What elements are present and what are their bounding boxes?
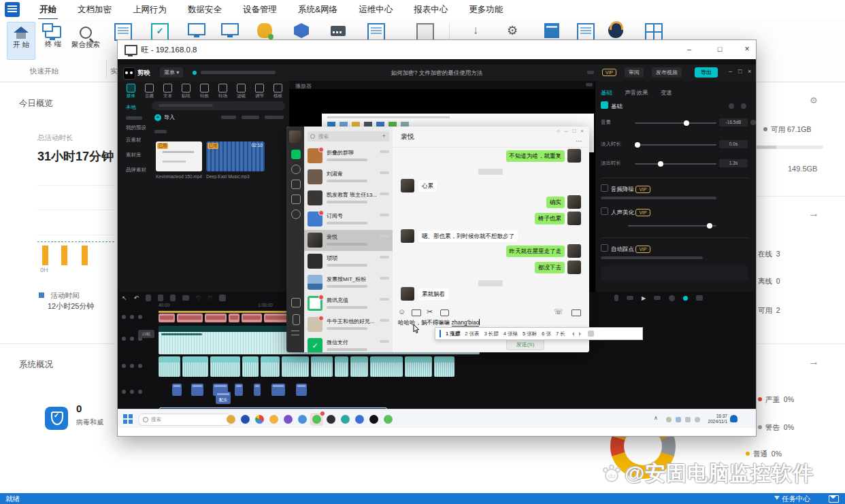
chat-history-icon[interactable] (440, 309, 449, 316)
nav-local[interactable]: 本地 (126, 104, 136, 111)
ime-candidate[interactable]: 4 张裱 (503, 331, 518, 337)
panel-gear-icon[interactable]: ⚙ (810, 95, 818, 105)
nav-cloud[interactable]: 云素材 (126, 137, 142, 144)
tray-icon[interactable] (666, 417, 672, 422)
remote-maximize-button[interactable]: □ (715, 44, 725, 54)
menu-data-security[interactable]: 数据安全 (186, 0, 223, 20)
wechat-close-icon[interactable]: × (580, 128, 584, 134)
message-avatar[interactable] (567, 244, 581, 258)
ime-settings-icon[interactable] (588, 331, 594, 337)
export-button[interactable]: 导出 (695, 67, 718, 78)
fade-in-slider[interactable] (635, 144, 716, 146)
ime-next-icon[interactable] (579, 332, 583, 336)
wechat-pin-icon[interactable]: ○ (557, 128, 560, 134)
wechat-favorites-icon[interactable] (291, 180, 301, 189)
tray-icon[interactable] (676, 417, 681, 422)
tray-icon[interactable] (685, 417, 691, 422)
player-expand-icon[interactable] (586, 83, 593, 86)
message-avatar[interactable] (567, 212, 581, 225)
chat-list-item[interactable]: 腾讯充值 (304, 293, 393, 314)
ime-candidate[interactable]: 7 长 (556, 331, 565, 337)
send-button[interactable]: 发送(S) (506, 339, 544, 350)
taskbar-app-icon[interactable] (241, 415, 250, 424)
chat-list-item[interactable]: 牛牛王和他的好兄... (304, 314, 393, 335)
next-frame-icon[interactable] (654, 296, 661, 300)
ribbon-device-icon[interactable] (416, 23, 434, 41)
message-icon[interactable] (829, 495, 839, 503)
ime-candidate[interactable]: 1 涨膘 (446, 331, 460, 337)
task-center[interactable]: 任务中心 (774, 494, 810, 504)
message-avatar[interactable] (567, 195, 581, 209)
sort-toggle[interactable] (242, 116, 259, 119)
taskbar-app-icon[interactable] (369, 415, 378, 424)
filter-toggle[interactable] (265, 116, 284, 119)
loop-icon[interactable] (669, 295, 675, 301)
ime-prev-icon[interactable] (570, 332, 574, 336)
wechat-chats-icon[interactable] (291, 150, 301, 159)
menu-system-network[interactable]: 系统&网络 (297, 0, 339, 20)
wechat-menu-icon[interactable] (291, 331, 299, 335)
chat-list-item[interactable]: 凯发教育 班主任13... (304, 188, 393, 209)
message-avatar[interactable] (401, 229, 414, 243)
wechat-phone-icon[interactable] (293, 314, 300, 325)
chat-list-item[interactable]: 发票报MIT_粉粉 (304, 272, 393, 293)
audio-clip-thumbnail[interactable]: 已用 02:10 (206, 141, 265, 171)
wechat-moments-icon[interactable] (291, 209, 301, 219)
taskbar-app-icon[interactable] (327, 415, 335, 424)
taskbar-app-icon[interactable] (227, 415, 235, 424)
taskbar-app-icon[interactable] (255, 415, 264, 424)
denoise-toggle[interactable]: 音频降噪 VIP (601, 184, 650, 194)
tab-media[interactable]: 媒体 (122, 82, 140, 99)
remote-minimize-button[interactable]: – (684, 44, 694, 54)
wechat-maximize-icon[interactable]: □ (572, 128, 576, 134)
fade-out-slider[interactable] (635, 163, 716, 165)
editor-maximize-icon[interactable]: □ (738, 68, 742, 75)
ime-candidate-bar[interactable]: 1 涨膘 2 张表 3 长膘 4 张裱 5 张标 6 张 7 长 (435, 327, 643, 340)
vip-badge[interactable]: VIP (602, 69, 616, 76)
remote-close-button[interactable]: × (742, 44, 752, 54)
ribbon-settings-icon[interactable]: ⚙ (505, 23, 520, 38)
fade-out-value[interactable]: 1.3s (719, 159, 748, 167)
favorite2-icon[interactable]: ♡ (208, 295, 212, 301)
ribbon-database-icon[interactable] (257, 23, 272, 38)
mask-icon[interactable] (219, 295, 226, 301)
tab-sticker[interactable]: 贴纸 (177, 82, 195, 99)
chat-list-item[interactable]: 刘淑青 (304, 167, 393, 188)
remote-window-titlebar[interactable]: 旺 - 192.168.0.8 – □ × (118, 40, 756, 60)
menu-more[interactable]: 更多功能 (467, 0, 504, 20)
view-toggle[interactable] (221, 116, 236, 119)
voice-beautify-slider[interactable] (628, 225, 716, 226)
taskbar-app-icon[interactable] (284, 415, 293, 424)
menu-doc-encrypt[interactable]: 文档加密 (76, 0, 113, 20)
taskbar-app-icon[interactable] (341, 415, 350, 424)
publish-button[interactable]: 发布视频 (652, 67, 682, 78)
basic-section-toggle[interactable]: 基础 (601, 101, 623, 111)
inspector-tab-basic[interactable]: 基础 (601, 89, 612, 96)
taskbar-app-icon[interactable] (269, 415, 278, 424)
ime-candidate[interactable]: 5 张标 (523, 331, 537, 337)
volume-reset-icon[interactable] (750, 120, 756, 125)
favorite-icon[interactable]: ♡ (196, 295, 201, 301)
wechat-miniprogram-icon[interactable] (291, 298, 301, 307)
prev-frame-icon[interactable] (627, 296, 633, 300)
message-input[interactable]: 哈哈哈，躺不得嘛嘛zhang'biao (398, 319, 480, 327)
message-avatar[interactable] (567, 149, 581, 163)
split-tool-icon[interactable] (146, 295, 151, 301)
music-chip[interactable]: 配乐 (216, 392, 231, 404)
ribbon-asset-icon[interactable] (294, 23, 309, 38)
ime-candidate[interactable]: 3 长膘 (484, 331, 499, 337)
editor-minimize-icon[interactable]: – (729, 68, 732, 75)
volume-slider[interactable] (635, 122, 716, 124)
chat-list-item-selected[interactable]: 裴悦 (304, 230, 393, 251)
tab-effect[interactable]: 特效 (195, 82, 214, 99)
video-call-icon[interactable] (571, 309, 581, 316)
wechat-minimize-icon[interactable]: – (565, 128, 567, 134)
auto-beat-toggle[interactable]: 自动踩点 VIP (601, 244, 650, 254)
taskbar-app-icon[interactable] (355, 415, 364, 424)
inspector-tab-sound[interactable]: 声音效果 (625, 89, 648, 96)
ribbon-multiscreen-icon[interactable] (221, 23, 239, 35)
notification-bell-icon[interactable] (730, 415, 738, 422)
taskbar-search[interactable]: 搜索 (138, 414, 232, 426)
ribbon-server-icon[interactable] (331, 26, 346, 36)
tab-text[interactable]: 文本 (159, 82, 177, 99)
